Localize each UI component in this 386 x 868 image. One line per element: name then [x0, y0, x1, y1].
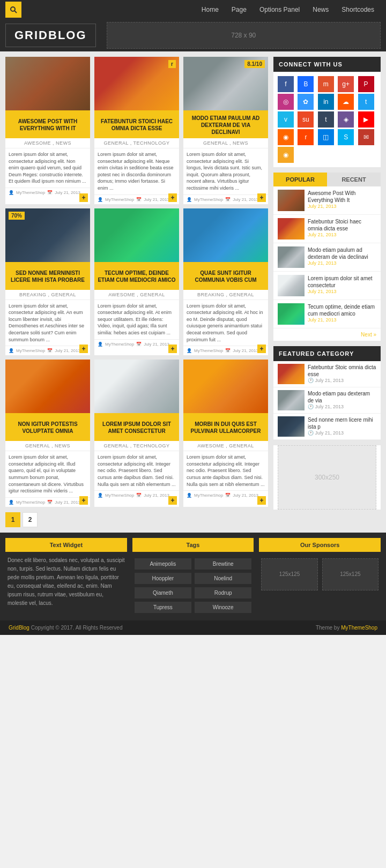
dropbox-icon[interactable]: ◫: [318, 129, 334, 145]
page-btn-2[interactable]: 2: [23, 512, 38, 527]
post-image[interactable]: [183, 360, 268, 413]
linkedin-icon[interactable]: in: [318, 94, 334, 110]
post-title[interactable]: SED NONNE MERNINISTI LICERE MIHI ISTA PR…: [5, 262, 90, 290]
nav-shortcodes[interactable]: Shortcodes: [335, 0, 381, 19]
content-area: AWESOME POST WITH EVERYTHING WITH IT AWE…: [5, 57, 268, 527]
footer-brand-link[interactable]: GridBlog: [9, 625, 29, 631]
sponsor-2[interactable]: 125x125: [322, 558, 378, 590]
post-date: July 21, 2013: [233, 493, 258, 498]
featured-item-2[interactable]: Sed nonne mern licere mihi ista p 🕐 July…: [273, 414, 381, 440]
tag-item-1[interactable]: Brewtine: [195, 558, 251, 570]
nav-home[interactable]: Home: [195, 0, 225, 19]
post-title[interactable]: LOREM IPSUM DOLOR SIT AMET CONSECTETUR: [94, 413, 179, 441]
post-title[interactable]: NON IGITUR POTESTIS VOLUPTATE OMNIA: [5, 413, 90, 441]
post-title[interactable]: MORBI IN DUI QUIS EST PULVINAR ULLAMCORP…: [183, 413, 268, 441]
post-author: MyThemeShop: [194, 348, 223, 353]
search-button[interactable]: [5, 2, 21, 18]
post-image[interactable]: r: [94, 57, 179, 110]
logo[interactable]: GRIDBLOG: [5, 24, 96, 47]
tab-popular[interactable]: POPULAR: [273, 173, 327, 186]
post-author: MyThemeShop: [16, 190, 45, 195]
post-body: Lorem ipsum dolor sit amet, consectetur …: [183, 451, 268, 490]
popular-item-2[interactable]: Modo etiam paulum ad dexteram de via dec…: [273, 243, 381, 272]
post-add-button[interactable]: +: [79, 496, 88, 505]
nav-news[interactable]: News: [306, 0, 335, 19]
next-link[interactable]: Next »: [273, 328, 381, 341]
post-date: July 21, 2013: [233, 348, 258, 353]
post-image[interactable]: 70%: [5, 208, 90, 262]
instagram-icon[interactable]: ◎: [278, 94, 294, 110]
post-date: July 21, 2013: [144, 342, 169, 347]
stumble-icon[interactable]: su: [298, 111, 314, 128]
post-add-button[interactable]: +: [79, 345, 88, 353]
tag-item-0[interactable]: Animepolis: [135, 558, 191, 570]
post-image[interactable]: [5, 360, 90, 413]
sponsor-1[interactable]: 125x125: [261, 558, 317, 590]
featured-item-image: [278, 390, 305, 410]
post-add-button[interactable]: +: [79, 193, 88, 202]
page-btn-1[interactable]: 1: [5, 512, 20, 527]
tag-item-2[interactable]: Hooppler: [135, 573, 191, 584]
calendar-icon: 📅: [136, 342, 142, 347]
post-title[interactable]: FATEBUNTUR STOICI HAEC OMNIA DICTA ESSE: [94, 110, 179, 138]
featured-item-1[interactable]: Modo etiam pau dexteram de via 🕐 July 21…: [273, 387, 381, 414]
post-tags: BREAKING , GENERAL: [183, 290, 268, 300]
github-icon[interactable]: ◈: [338, 111, 354, 128]
popular-item-3[interactable]: Lorem ipsum dolor sit amet consectetur J…: [273, 272, 381, 300]
post-add-button[interactable]: +: [168, 496, 177, 505]
pinterest-icon[interactable]: P: [358, 76, 374, 92]
post-add-button[interactable]: +: [257, 193, 266, 202]
skype-icon[interactable]: S: [338, 129, 354, 145]
footer-theme: Theme by MyThemeShop: [316, 625, 377, 631]
tag-item-4[interactable]: Qiameth: [135, 587, 191, 598]
post-image[interactable]: [94, 208, 179, 262]
tab-recent[interactable]: RECENT: [327, 173, 381, 186]
post-image[interactable]: 8.1/10: [183, 57, 268, 110]
post-badge: 8.1/10: [244, 60, 265, 68]
myspace-icon[interactable]: m: [318, 76, 334, 92]
footer-theme-link[interactable]: MyThemeShop: [341, 625, 377, 631]
facebook-icon[interactable]: f: [278, 76, 294, 92]
reddit-icon[interactable]: r: [298, 129, 314, 145]
tag-item-5[interactable]: Rodrup: [195, 587, 251, 598]
tumblr-icon[interactable]: t: [318, 111, 334, 128]
calendar-icon: 📅: [136, 493, 142, 498]
post-title[interactable]: TECUM OPTIME, DEINDE ETIAM CUM MEDIOCRI …: [94, 262, 179, 290]
email-icon[interactable]: ✉: [358, 129, 374, 145]
post-author: MyThemeShop: [105, 342, 134, 347]
rss2-icon[interactable]: ◉: [278, 129, 294, 145]
tag-item-3[interactable]: Noelind: [195, 573, 251, 584]
calendar-icon: 📅: [47, 500, 53, 505]
header: Home Page Options Panel News Shortcodes: [0, 0, 386, 19]
featured-item-0[interactable]: Fatebuntur Stoic omnia dicta esse 🕐 July…: [273, 361, 381, 387]
post-body: Lorem ipsum dolor sit amet, consectetur …: [183, 148, 268, 194]
soundcloud-icon[interactable]: ☁: [338, 94, 354, 110]
post-add-button[interactable]: +: [257, 496, 266, 505]
tag-item-6[interactable]: Tupress: [135, 602, 191, 613]
post-title[interactable]: AWESOME POST WITH EVERYTHING WITH IT: [5, 110, 90, 138]
post-image[interactable]: [183, 208, 268, 262]
popular-item-4[interactable]: Tecum optime, deinde etiam cum mediocri …: [273, 300, 381, 328]
delicious-icon[interactable]: ✿: [298, 94, 314, 110]
popular-item-0[interactable]: Awesome Post With Everything With It Jul…: [273, 186, 381, 215]
post-image[interactable]: [94, 360, 179, 413]
youtube-icon[interactable]: ▶: [358, 111, 374, 128]
post-author: MyThemeShop: [16, 500, 45, 505]
gplus-icon[interactable]: g+: [338, 76, 354, 92]
popular-item-title: Tecum optime, deinde etiam cum mediocri …: [308, 303, 376, 317]
popular-section: POPULAR RECENT Awesome Post With Everyth…: [273, 173, 381, 341]
post-image[interactable]: [5, 57, 90, 110]
post-title[interactable]: QUAE SUNT IGITUR COMMUNIA VOBIS CUM: [183, 262, 268, 290]
rss-icon[interactable]: ◉: [278, 147, 294, 163]
post-add-button[interactable]: +: [168, 345, 177, 353]
tag-item-7[interactable]: Winooze: [195, 602, 251, 613]
nav-page[interactable]: Page: [225, 0, 253, 19]
nav-options[interactable]: Options Panel: [253, 0, 306, 19]
twitter-icon[interactable]: t: [358, 94, 374, 110]
behance-icon[interactable]: B: [298, 76, 314, 92]
post-title[interactable]: MODO ETIAM PAULUM AD DEXTERAM DE VIA DEC…: [183, 110, 268, 138]
post-add-button[interactable]: +: [168, 193, 177, 202]
vimeo-icon[interactable]: v: [278, 111, 294, 128]
popular-item-1[interactable]: Fatebuntur Stoici haec omnia dicta esse …: [273, 215, 381, 243]
post-add-button[interactable]: +: [257, 345, 266, 353]
